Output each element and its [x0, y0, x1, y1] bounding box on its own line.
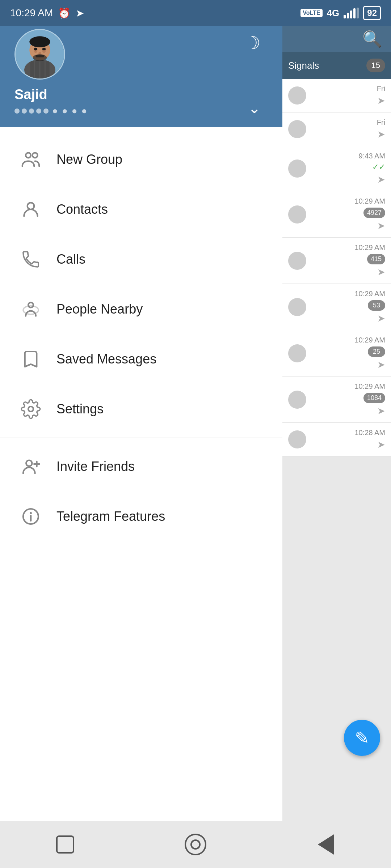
- chat-time: 10:29 AM: [354, 382, 385, 391]
- avatar-image: [16, 30, 64, 78]
- battery-percent: 92: [367, 8, 377, 18]
- svg-point-16: [26, 153, 31, 158]
- phone-dot: [29, 109, 34, 114]
- chat-time: 10:29 AM: [354, 197, 385, 205]
- back-button[interactable]: [313, 832, 339, 857]
- network-type: 4G: [327, 8, 340, 19]
- menu-item-new-group[interactable]: New Group: [0, 135, 282, 184]
- menu-label-telegram-features: Telegram Features: [56, 509, 165, 524]
- chat-item-right: 10:29 AM 53 ➤: [354, 290, 385, 324]
- phone-dots: [14, 109, 49, 114]
- chat-panel-header: 🔍: [282, 26, 391, 52]
- menu-item-contacts[interactable]: Contacts: [0, 184, 282, 234]
- avatar[interactable]: [14, 29, 65, 80]
- navigation-bar: [0, 821, 391, 868]
- svg-point-14: [38, 52, 41, 54]
- chat-item[interactable]: 10:29 AM 415 ➤: [282, 238, 391, 284]
- chat-avatar: [288, 86, 306, 105]
- phone-dot: [14, 109, 20, 114]
- chat-item[interactable]: 10:28 AM ➤: [282, 423, 391, 456]
- svg-rect-15: [36, 55, 44, 58]
- chat-avatar: [288, 120, 306, 138]
- menu-label-people-nearby: People Nearby: [56, 302, 143, 317]
- svg-point-8: [31, 38, 49, 47]
- invite-friends-svg: [21, 456, 41, 477]
- svg-point-21: [28, 407, 33, 412]
- chat-item-right: Fri ➤: [377, 85, 385, 106]
- phone-dot: [22, 109, 27, 114]
- menu-item-settings[interactable]: Settings: [0, 384, 282, 434]
- volte-badge: VoLTE: [300, 9, 322, 17]
- group-svg: [21, 149, 41, 170]
- chat-avatar: [288, 344, 306, 362]
- sent-icon: ➤: [377, 439, 385, 450]
- drawer-username: Sajid: [14, 87, 268, 102]
- unread-badge: 4927: [363, 208, 385, 218]
- sent-icon: ➤: [377, 359, 385, 370]
- chat-item[interactable]: 10:29 AM 1084 ➤: [282, 376, 391, 423]
- signals-title: Signals: [288, 60, 319, 71]
- chat-item[interactable]: 10:29 AM 25 ➤: [282, 330, 391, 376]
- menu-item-people-nearby[interactable]: People Nearby: [0, 284, 282, 334]
- home-button[interactable]: [183, 832, 208, 857]
- unread-badge: 415: [367, 254, 385, 264]
- calls-svg: [21, 249, 41, 269]
- chat-time: 10:29 AM: [354, 243, 385, 252]
- signal-bar-3: [350, 10, 352, 18]
- chat-item[interactable]: Fri ➤: [282, 112, 391, 146]
- signal-bars: [344, 8, 359, 18]
- invite-friends-icon: [18, 454, 43, 479]
- status-left: 10:29 AM ⏰ ➤: [10, 7, 84, 19]
- group-icon: [18, 147, 43, 172]
- chat-avatar: [288, 252, 306, 270]
- night-mode-button[interactable]: ☽: [244, 33, 261, 54]
- menu-item-saved-messages[interactable]: Saved Messages: [0, 334, 282, 384]
- compose-icon: ✎: [355, 728, 369, 748]
- contacts-icon: [18, 197, 43, 222]
- signals-badge: 15: [366, 59, 385, 72]
- chat-item[interactable]: 10:29 AM 4927 ➤: [282, 191, 391, 238]
- menu-item-invite-friends[interactable]: Invite Friends: [0, 442, 282, 492]
- sent-icon: ➤: [377, 405, 385, 417]
- unread-badge: 25: [368, 346, 385, 357]
- sent-icon: ➤: [377, 129, 385, 140]
- home-icon: [185, 834, 206, 855]
- signal-bar-5: [357, 8, 359, 18]
- status-bar: 10:29 AM ⏰ ➤ VoLTE 4G 92: [0, 0, 391, 26]
- chat-item[interactable]: 10:29 AM 53 ➤: [282, 284, 391, 330]
- chat-item-right: 10:28 AM ➤: [354, 429, 385, 450]
- chat-time: 10:29 AM: [354, 290, 385, 298]
- menu-item-telegram-features[interactable]: Telegram Features: [0, 492, 282, 541]
- signals-section: Signals 15: [282, 52, 391, 79]
- chat-item[interactable]: 9:43 AM ✓✓ ➤: [282, 146, 391, 191]
- sent-icon: ➤: [377, 174, 385, 185]
- sent-icon: ➤: [377, 220, 385, 231]
- settings-svg: [21, 399, 41, 419]
- alarm-icon: ⏰: [58, 7, 71, 19]
- phone-dot: [36, 109, 41, 114]
- menu-divider: [0, 438, 282, 438]
- compose-fab[interactable]: ✎: [344, 720, 380, 756]
- chat-panel: 🔍 Signals 15 Fri ➤ Fri ➤ 9:43 AM ✓✓: [282, 26, 391, 821]
- signal-bar-4: [353, 8, 356, 18]
- contacts-svg: [21, 199, 41, 220]
- recents-button[interactable]: [52, 832, 78, 857]
- dropdown-arrow[interactable]: ⌄: [248, 100, 261, 116]
- chat-list: Fri ➤ Fri ➤ 9:43 AM ✓✓ ➤ 10:29 AM 4927: [282, 79, 391, 456]
- svg-point-17: [33, 153, 38, 158]
- menu-label-calls: Calls: [56, 252, 85, 267]
- telegram-features-icon: [18, 504, 43, 529]
- unread-badge: 1084: [363, 393, 385, 403]
- menu-item-calls[interactable]: Calls: [0, 234, 282, 284]
- phone-number-hidden: ● ● ● ●: [52, 105, 88, 116]
- sent-icon: ➤: [377, 95, 385, 106]
- chat-item-right: 9:43 AM ✓✓ ➤: [359, 152, 385, 185]
- navigation-drawer: ☽: [0, 0, 282, 868]
- search-icon[interactable]: 🔍: [362, 30, 382, 48]
- svg-point-18: [28, 203, 34, 209]
- people-nearby-svg: [21, 299, 41, 319]
- menu-list: New Group Contacts Calls: [0, 127, 282, 868]
- chat-item[interactable]: Fri ➤: [282, 79, 391, 112]
- back-icon: [318, 834, 334, 855]
- menu-label-contacts: Contacts: [56, 202, 108, 217]
